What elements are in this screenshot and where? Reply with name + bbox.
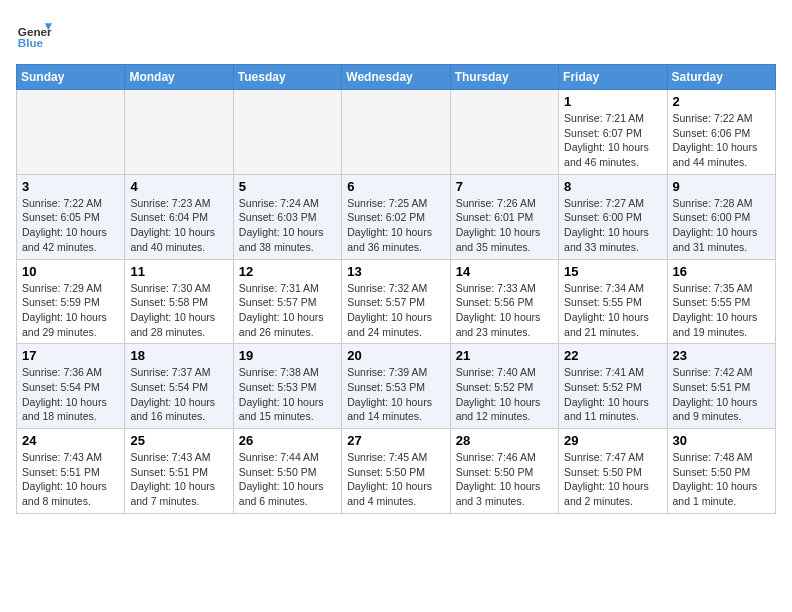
weekday-header-thursday: Thursday (450, 65, 558, 90)
calendar-cell: 14Sunrise: 7:33 AM Sunset: 5:56 PM Dayli… (450, 259, 558, 344)
calendar-cell (450, 90, 558, 175)
day-number: 4 (130, 179, 227, 194)
day-number: 12 (239, 264, 336, 279)
weekday-header-saturday: Saturday (667, 65, 775, 90)
day-number: 28 (456, 433, 553, 448)
calendar-cell: 20Sunrise: 7:39 AM Sunset: 5:53 PM Dayli… (342, 344, 450, 429)
day-info: Sunrise: 7:37 AM Sunset: 5:54 PM Dayligh… (130, 365, 227, 424)
calendar-table: SundayMondayTuesdayWednesdayThursdayFrid… (16, 64, 776, 514)
day-info: Sunrise: 7:29 AM Sunset: 5:59 PM Dayligh… (22, 281, 119, 340)
day-number: 6 (347, 179, 444, 194)
calendar-cell: 5Sunrise: 7:24 AM Sunset: 6:03 PM Daylig… (233, 174, 341, 259)
calendar-cell: 26Sunrise: 7:44 AM Sunset: 5:50 PM Dayli… (233, 429, 341, 514)
day-number: 22 (564, 348, 661, 363)
calendar-cell: 16Sunrise: 7:35 AM Sunset: 5:55 PM Dayli… (667, 259, 775, 344)
day-info: Sunrise: 7:43 AM Sunset: 5:51 PM Dayligh… (130, 450, 227, 509)
day-number: 30 (673, 433, 770, 448)
day-info: Sunrise: 7:40 AM Sunset: 5:52 PM Dayligh… (456, 365, 553, 424)
calendar-cell: 17Sunrise: 7:36 AM Sunset: 5:54 PM Dayli… (17, 344, 125, 429)
calendar-cell: 8Sunrise: 7:27 AM Sunset: 6:00 PM Daylig… (559, 174, 667, 259)
calendar-cell: 7Sunrise: 7:26 AM Sunset: 6:01 PM Daylig… (450, 174, 558, 259)
day-number: 21 (456, 348, 553, 363)
day-number: 29 (564, 433, 661, 448)
day-number: 23 (673, 348, 770, 363)
calendar-cell (125, 90, 233, 175)
calendar-cell: 24Sunrise: 7:43 AM Sunset: 5:51 PM Dayli… (17, 429, 125, 514)
page-header: General Blue (16, 16, 776, 52)
day-number: 13 (347, 264, 444, 279)
day-info: Sunrise: 7:21 AM Sunset: 6:07 PM Dayligh… (564, 111, 661, 170)
day-number: 14 (456, 264, 553, 279)
day-info: Sunrise: 7:39 AM Sunset: 5:53 PM Dayligh… (347, 365, 444, 424)
day-number: 2 (673, 94, 770, 109)
day-info: Sunrise: 7:45 AM Sunset: 5:50 PM Dayligh… (347, 450, 444, 509)
calendar-cell: 29Sunrise: 7:47 AM Sunset: 5:50 PM Dayli… (559, 429, 667, 514)
weekday-header-tuesday: Tuesday (233, 65, 341, 90)
day-number: 10 (22, 264, 119, 279)
calendar-cell: 15Sunrise: 7:34 AM Sunset: 5:55 PM Dayli… (559, 259, 667, 344)
weekday-header-monday: Monday (125, 65, 233, 90)
calendar-week-row: 24Sunrise: 7:43 AM Sunset: 5:51 PM Dayli… (17, 429, 776, 514)
day-info: Sunrise: 7:27 AM Sunset: 6:00 PM Dayligh… (564, 196, 661, 255)
calendar-cell: 21Sunrise: 7:40 AM Sunset: 5:52 PM Dayli… (450, 344, 558, 429)
day-info: Sunrise: 7:30 AM Sunset: 5:58 PM Dayligh… (130, 281, 227, 340)
day-info: Sunrise: 7:26 AM Sunset: 6:01 PM Dayligh… (456, 196, 553, 255)
calendar-cell (233, 90, 341, 175)
svg-text:Blue: Blue (18, 36, 44, 49)
calendar-week-row: 1Sunrise: 7:21 AM Sunset: 6:07 PM Daylig… (17, 90, 776, 175)
day-info: Sunrise: 7:47 AM Sunset: 5:50 PM Dayligh… (564, 450, 661, 509)
calendar-cell: 25Sunrise: 7:43 AM Sunset: 5:51 PM Dayli… (125, 429, 233, 514)
day-number: 27 (347, 433, 444, 448)
calendar-week-row: 17Sunrise: 7:36 AM Sunset: 5:54 PM Dayli… (17, 344, 776, 429)
calendar-cell: 3Sunrise: 7:22 AM Sunset: 6:05 PM Daylig… (17, 174, 125, 259)
calendar-cell: 11Sunrise: 7:30 AM Sunset: 5:58 PM Dayli… (125, 259, 233, 344)
day-info: Sunrise: 7:25 AM Sunset: 6:02 PM Dayligh… (347, 196, 444, 255)
day-number: 17 (22, 348, 119, 363)
calendar-cell: 2Sunrise: 7:22 AM Sunset: 6:06 PM Daylig… (667, 90, 775, 175)
calendar-header-row: SundayMondayTuesdayWednesdayThursdayFrid… (17, 65, 776, 90)
calendar-cell: 22Sunrise: 7:41 AM Sunset: 5:52 PM Dayli… (559, 344, 667, 429)
day-info: Sunrise: 7:31 AM Sunset: 5:57 PM Dayligh… (239, 281, 336, 340)
calendar-cell: 18Sunrise: 7:37 AM Sunset: 5:54 PM Dayli… (125, 344, 233, 429)
calendar-cell: 9Sunrise: 7:28 AM Sunset: 6:00 PM Daylig… (667, 174, 775, 259)
calendar-cell: 13Sunrise: 7:32 AM Sunset: 5:57 PM Dayli… (342, 259, 450, 344)
day-number: 24 (22, 433, 119, 448)
day-info: Sunrise: 7:33 AM Sunset: 5:56 PM Dayligh… (456, 281, 553, 340)
day-info: Sunrise: 7:24 AM Sunset: 6:03 PM Dayligh… (239, 196, 336, 255)
calendar-cell (342, 90, 450, 175)
day-info: Sunrise: 7:48 AM Sunset: 5:50 PM Dayligh… (673, 450, 770, 509)
day-info: Sunrise: 7:41 AM Sunset: 5:52 PM Dayligh… (564, 365, 661, 424)
calendar-cell: 19Sunrise: 7:38 AM Sunset: 5:53 PM Dayli… (233, 344, 341, 429)
day-info: Sunrise: 7:28 AM Sunset: 6:00 PM Dayligh… (673, 196, 770, 255)
day-info: Sunrise: 7:35 AM Sunset: 5:55 PM Dayligh… (673, 281, 770, 340)
day-number: 3 (22, 179, 119, 194)
calendar-cell: 6Sunrise: 7:25 AM Sunset: 6:02 PM Daylig… (342, 174, 450, 259)
day-number: 26 (239, 433, 336, 448)
day-info: Sunrise: 7:34 AM Sunset: 5:55 PM Dayligh… (564, 281, 661, 340)
calendar-cell: 27Sunrise: 7:45 AM Sunset: 5:50 PM Dayli… (342, 429, 450, 514)
day-number: 19 (239, 348, 336, 363)
day-info: Sunrise: 7:32 AM Sunset: 5:57 PM Dayligh… (347, 281, 444, 340)
day-number: 11 (130, 264, 227, 279)
calendar-week-row: 3Sunrise: 7:22 AM Sunset: 6:05 PM Daylig… (17, 174, 776, 259)
day-info: Sunrise: 7:43 AM Sunset: 5:51 PM Dayligh… (22, 450, 119, 509)
calendar-cell: 30Sunrise: 7:48 AM Sunset: 5:50 PM Dayli… (667, 429, 775, 514)
calendar-week-row: 10Sunrise: 7:29 AM Sunset: 5:59 PM Dayli… (17, 259, 776, 344)
calendar-cell: 10Sunrise: 7:29 AM Sunset: 5:59 PM Dayli… (17, 259, 125, 344)
day-info: Sunrise: 7:46 AM Sunset: 5:50 PM Dayligh… (456, 450, 553, 509)
day-number: 8 (564, 179, 661, 194)
day-info: Sunrise: 7:22 AM Sunset: 6:05 PM Dayligh… (22, 196, 119, 255)
day-info: Sunrise: 7:42 AM Sunset: 5:51 PM Dayligh… (673, 365, 770, 424)
day-info: Sunrise: 7:23 AM Sunset: 6:04 PM Dayligh… (130, 196, 227, 255)
calendar-cell: 23Sunrise: 7:42 AM Sunset: 5:51 PM Dayli… (667, 344, 775, 429)
day-info: Sunrise: 7:38 AM Sunset: 5:53 PM Dayligh… (239, 365, 336, 424)
day-number: 15 (564, 264, 661, 279)
day-number: 18 (130, 348, 227, 363)
day-info: Sunrise: 7:36 AM Sunset: 5:54 PM Dayligh… (22, 365, 119, 424)
day-number: 20 (347, 348, 444, 363)
day-info: Sunrise: 7:44 AM Sunset: 5:50 PM Dayligh… (239, 450, 336, 509)
weekday-header-wednesday: Wednesday (342, 65, 450, 90)
logo: General Blue (16, 16, 52, 52)
weekday-header-sunday: Sunday (17, 65, 125, 90)
day-number: 1 (564, 94, 661, 109)
